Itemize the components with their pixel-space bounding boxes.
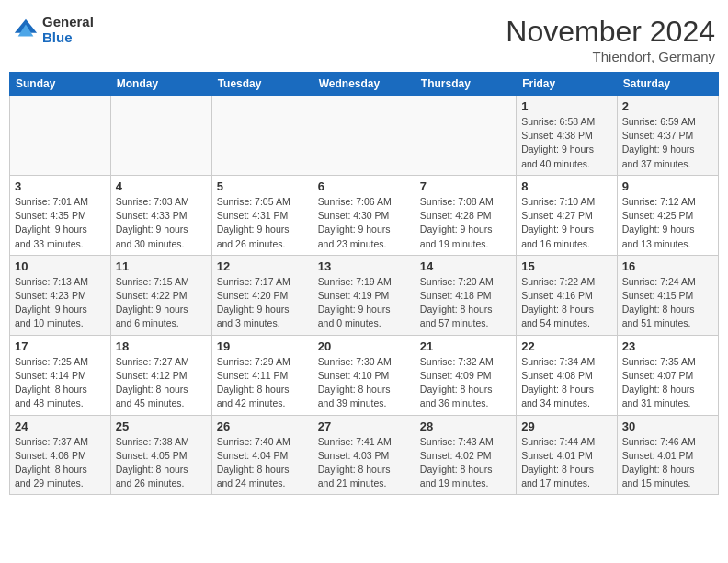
- day-cell: 3Sunrise: 7:01 AM Sunset: 4:35 PM Daylig…: [10, 175, 111, 255]
- day-number: 2: [622, 99, 713, 113]
- day-cell: 11Sunrise: 7:15 AM Sunset: 4:22 PM Dayli…: [110, 255, 211, 335]
- header-day-sunday: Sunday: [10, 73, 111, 96]
- day-number: 3: [15, 179, 106, 193]
- week-row-3: 10Sunrise: 7:13 AM Sunset: 4:23 PM Dayli…: [10, 255, 719, 335]
- day-number: 14: [420, 259, 511, 273]
- header-day-saturday: Saturday: [617, 73, 718, 96]
- day-cell: 26Sunrise: 7:40 AM Sunset: 4:04 PM Dayli…: [211, 415, 313, 495]
- day-info: Sunrise: 7:20 AM Sunset: 4:18 PM Dayligh…: [420, 275, 511, 331]
- day-info: Sunrise: 7:05 AM Sunset: 4:31 PM Dayligh…: [217, 195, 308, 251]
- week-row-1: 1Sunrise: 6:58 AM Sunset: 4:38 PM Daylig…: [10, 96, 719, 176]
- day-info: Sunrise: 6:58 AM Sunset: 4:38 PM Dayligh…: [521, 115, 612, 171]
- day-cell: 13Sunrise: 7:19 AM Sunset: 4:19 PM Dayli…: [313, 255, 415, 335]
- day-number: 26: [217, 419, 308, 433]
- day-info: Sunrise: 7:15 AM Sunset: 4:22 PM Dayligh…: [116, 275, 207, 331]
- day-info: Sunrise: 7:34 AM Sunset: 4:08 PM Dayligh…: [521, 355, 612, 411]
- header-day-friday: Friday: [517, 73, 618, 96]
- day-info: Sunrise: 7:17 AM Sunset: 4:20 PM Dayligh…: [217, 275, 308, 331]
- day-number: 29: [521, 419, 612, 433]
- day-cell: 12Sunrise: 7:17 AM Sunset: 4:20 PM Dayli…: [211, 255, 313, 335]
- day-cell: 7Sunrise: 7:08 AM Sunset: 4:28 PM Daylig…: [415, 175, 516, 255]
- calendar-header: SundayMondayTuesdayWednesdayThursdayFrid…: [10, 73, 719, 96]
- day-number: 19: [217, 339, 308, 353]
- day-info: Sunrise: 7:35 AM Sunset: 4:07 PM Dayligh…: [622, 355, 713, 411]
- day-number: 23: [622, 339, 713, 353]
- day-cell: 6Sunrise: 7:06 AM Sunset: 4:30 PM Daylig…: [313, 175, 415, 255]
- day-cell: 2Sunrise: 6:59 AM Sunset: 4:37 PM Daylig…: [617, 96, 718, 176]
- day-cell: 15Sunrise: 7:22 AM Sunset: 4:16 PM Dayli…: [517, 255, 618, 335]
- day-info: Sunrise: 7:13 AM Sunset: 4:23 PM Dayligh…: [15, 275, 106, 331]
- day-info: Sunrise: 7:19 AM Sunset: 4:19 PM Dayligh…: [318, 275, 410, 331]
- day-cell: [415, 96, 516, 176]
- day-info: Sunrise: 7:30 AM Sunset: 4:10 PM Dayligh…: [318, 355, 410, 411]
- day-cell: 5Sunrise: 7:05 AM Sunset: 4:31 PM Daylig…: [211, 175, 313, 255]
- logo-blue: Blue: [42, 30, 94, 46]
- day-number: 30: [622, 419, 713, 433]
- day-info: Sunrise: 7:24 AM Sunset: 4:15 PM Dayligh…: [622, 275, 713, 331]
- week-row-4: 17Sunrise: 7:25 AM Sunset: 4:14 PM Dayli…: [10, 335, 719, 415]
- day-cell: 16Sunrise: 7:24 AM Sunset: 4:15 PM Dayli…: [617, 255, 718, 335]
- day-number: 20: [318, 339, 410, 353]
- day-info: Sunrise: 7:25 AM Sunset: 4:14 PM Dayligh…: [15, 355, 106, 411]
- week-row-5: 24Sunrise: 7:37 AM Sunset: 4:06 PM Dayli…: [10, 415, 719, 495]
- day-info: Sunrise: 7:37 AM Sunset: 4:06 PM Dayligh…: [15, 435, 106, 491]
- day-cell: 25Sunrise: 7:38 AM Sunset: 4:05 PM Dayli…: [110, 415, 211, 495]
- day-info: Sunrise: 7:32 AM Sunset: 4:09 PM Dayligh…: [420, 355, 511, 411]
- day-info: Sunrise: 7:22 AM Sunset: 4:16 PM Dayligh…: [521, 275, 612, 331]
- day-info: Sunrise: 7:10 AM Sunset: 4:27 PM Dayligh…: [521, 195, 612, 251]
- day-info: Sunrise: 7:27 AM Sunset: 4:12 PM Dayligh…: [116, 355, 207, 411]
- day-cell: 18Sunrise: 7:27 AM Sunset: 4:12 PM Dayli…: [110, 335, 211, 415]
- day-cell: [110, 96, 211, 176]
- day-number: 15: [521, 259, 612, 273]
- day-info: Sunrise: 7:40 AM Sunset: 4:04 PM Dayligh…: [217, 435, 308, 491]
- day-number: 10: [15, 259, 106, 273]
- day-cell: [313, 96, 415, 176]
- day-info: Sunrise: 7:44 AM Sunset: 4:01 PM Dayligh…: [521, 435, 612, 491]
- header-day-wednesday: Wednesday: [313, 73, 415, 96]
- day-info: Sunrise: 7:12 AM Sunset: 4:25 PM Dayligh…: [622, 195, 713, 251]
- day-info: Sunrise: 7:08 AM Sunset: 4:28 PM Dayligh…: [420, 195, 511, 251]
- logo-icon: [13, 17, 39, 43]
- header-day-tuesday: Tuesday: [211, 73, 313, 96]
- logo-general: General: [42, 15, 94, 30]
- day-cell: 4Sunrise: 7:03 AM Sunset: 4:33 PM Daylig…: [110, 175, 211, 255]
- header-day-monday: Monday: [110, 73, 211, 96]
- day-number: 7: [420, 179, 511, 193]
- day-cell: 20Sunrise: 7:30 AM Sunset: 4:10 PM Dayli…: [313, 335, 415, 415]
- day-cell: 1Sunrise: 6:58 AM Sunset: 4:38 PM Daylig…: [517, 96, 618, 176]
- day-info: Sunrise: 7:38 AM Sunset: 4:05 PM Dayligh…: [116, 435, 207, 491]
- day-info: Sunrise: 7:03 AM Sunset: 4:33 PM Dayligh…: [116, 195, 207, 251]
- day-number: 28: [420, 419, 511, 433]
- logo-text: General Blue: [42, 15, 94, 45]
- day-cell: 28Sunrise: 7:43 AM Sunset: 4:02 PM Dayli…: [415, 415, 516, 495]
- logo: General Blue: [13, 15, 94, 45]
- day-info: Sunrise: 7:29 AM Sunset: 4:11 PM Dayligh…: [217, 355, 308, 411]
- day-number: 25: [116, 419, 207, 433]
- day-number: 4: [116, 179, 207, 193]
- week-row-2: 3Sunrise: 7:01 AM Sunset: 4:35 PM Daylig…: [10, 175, 719, 255]
- calendar-body: 1Sunrise: 6:58 AM Sunset: 4:38 PM Daylig…: [10, 96, 719, 495]
- day-cell: 30Sunrise: 7:46 AM Sunset: 4:01 PM Dayli…: [617, 415, 718, 495]
- day-number: 12: [217, 259, 308, 273]
- day-number: 21: [420, 339, 511, 353]
- day-cell: 27Sunrise: 7:41 AM Sunset: 4:03 PM Dayli…: [313, 415, 415, 495]
- day-cell: 23Sunrise: 7:35 AM Sunset: 4:07 PM Dayli…: [617, 335, 718, 415]
- location-title: Thiendorf, Germany: [506, 49, 715, 64]
- day-cell: 21Sunrise: 7:32 AM Sunset: 4:09 PM Dayli…: [415, 335, 516, 415]
- day-cell: 9Sunrise: 7:12 AM Sunset: 4:25 PM Daylig…: [617, 175, 718, 255]
- day-cell: [211, 96, 313, 176]
- day-cell: 10Sunrise: 7:13 AM Sunset: 4:23 PM Dayli…: [10, 255, 111, 335]
- day-number: 17: [15, 339, 106, 353]
- day-info: Sunrise: 7:06 AM Sunset: 4:30 PM Dayligh…: [318, 195, 410, 251]
- day-cell: 14Sunrise: 7:20 AM Sunset: 4:18 PM Dayli…: [415, 255, 516, 335]
- day-number: 18: [116, 339, 207, 353]
- day-number: 13: [318, 259, 410, 273]
- title-area: November 2024 Thiendorf, Germany: [506, 15, 715, 64]
- day-cell: 8Sunrise: 7:10 AM Sunset: 4:27 PM Daylig…: [517, 175, 618, 255]
- day-info: Sunrise: 7:41 AM Sunset: 4:03 PM Dayligh…: [318, 435, 410, 491]
- day-cell: [10, 96, 111, 176]
- day-cell: 19Sunrise: 7:29 AM Sunset: 4:11 PM Dayli…: [211, 335, 313, 415]
- day-info: Sunrise: 6:59 AM Sunset: 4:37 PM Dayligh…: [622, 115, 713, 171]
- day-number: 22: [521, 339, 612, 353]
- day-info: Sunrise: 7:46 AM Sunset: 4:01 PM Dayligh…: [622, 435, 713, 491]
